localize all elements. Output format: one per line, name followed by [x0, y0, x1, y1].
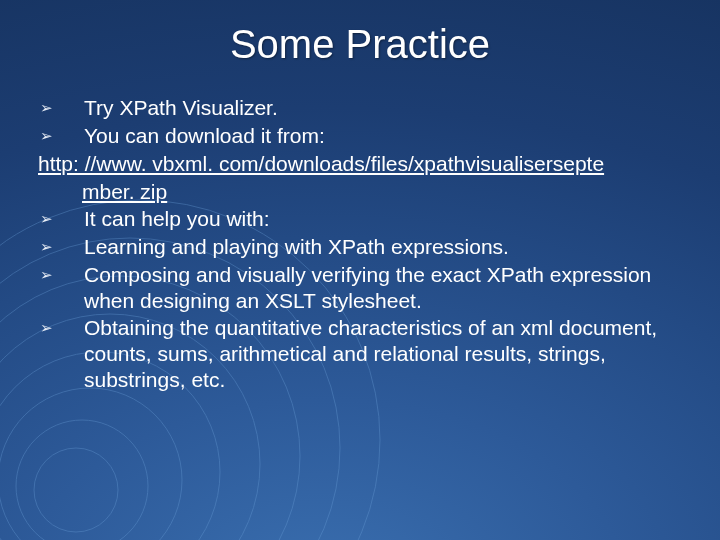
list-item-text: Composing and visually verifying the exa… — [84, 262, 682, 313]
svg-point-7 — [34, 448, 118, 532]
svg-point-6 — [16, 420, 148, 540]
list-item: ➢ Obtaining the quantitative characteris… — [38, 315, 682, 392]
slide-title: Some Practice — [0, 0, 720, 77]
list-item-text: Try XPath Visualizer. — [84, 95, 682, 121]
download-link[interactable]: http: //www. vbxml. com/downloads/files/… — [38, 151, 682, 177]
list-item-text: It can help you with: — [84, 206, 682, 232]
list-item: ➢ Composing and visually verifying the e… — [38, 262, 682, 313]
list-item: ➢ You can download it from: — [38, 123, 682, 149]
list-item: ➢ Try XPath Visualizer. — [38, 95, 682, 121]
list-item-text: You can download it from: — [84, 123, 682, 149]
list-item: ➢ Learning and playing with XPath expres… — [38, 234, 682, 260]
slide: Some Practice ➢ Try XPath Visualizer. ➢ … — [0, 0, 720, 540]
list-item-text: Learning and playing with XPath expressi… — [84, 234, 682, 260]
slide-body: ➢ Try XPath Visualizer. ➢ You can downlo… — [0, 77, 720, 392]
list-item: ➢ It can help you with: — [38, 206, 682, 232]
bullet-icon: ➢ — [38, 234, 84, 260]
link-text-line2: mber. zip — [82, 180, 167, 203]
link-text-line1: http: //www. vbxml. com/downloads/files/… — [38, 152, 604, 175]
svg-point-5 — [0, 388, 182, 540]
bullet-icon: ➢ — [38, 315, 84, 341]
list-item-text: Obtaining the quantitative characteristi… — [84, 315, 682, 392]
bullet-icon: ➢ — [38, 206, 84, 232]
download-link-continuation[interactable]: mber. zip — [38, 179, 682, 205]
bullet-icon: ➢ — [38, 123, 84, 149]
bullet-icon: ➢ — [38, 262, 84, 288]
bullet-icon: ➢ — [38, 95, 84, 121]
